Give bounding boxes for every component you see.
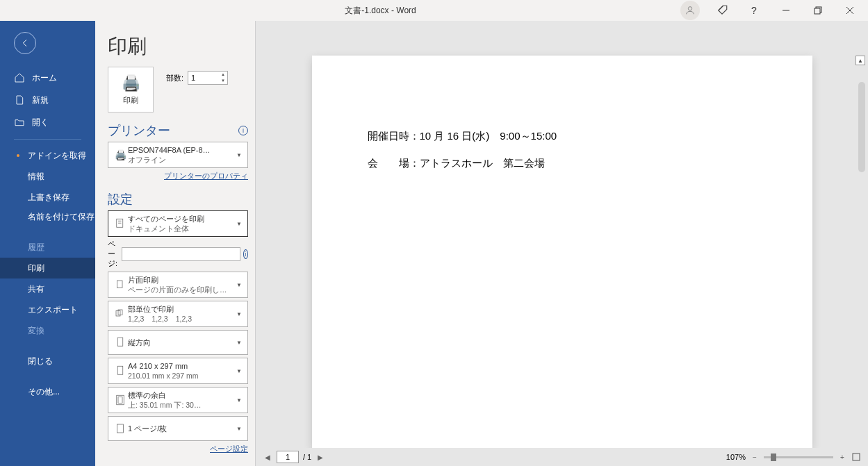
backstage-sidebar: ホーム 新規 開く アドインを取得 情報 上書き保存 名前を付けて保存 履歴 印…	[0, 21, 95, 466]
doc-title: 文書-1.docx - Word	[86, 5, 675, 17]
sidebar-item-home[interactable]: ホーム	[0, 67, 95, 89]
copies-spinner[interactable]: ▲▼	[219, 71, 227, 83]
restore-button[interactable]	[803, 1, 833, 20]
svg-rect-13	[117, 366, 123, 374]
next-page-button[interactable]: ▶	[316, 452, 325, 462]
page-range-select[interactable]: すべてのページを印刷 ドキュメント全体 ▼	[108, 210, 248, 237]
chevron-down-icon: ▼	[236, 152, 243, 158]
svg-rect-15	[118, 397, 122, 403]
paper-size-select[interactable]: A4 210 x 297 mm 210.01 mm x 297 mm ▼	[108, 358, 248, 384]
print-button-label: 印刷	[123, 95, 138, 106]
printer-name: EPSON744F8A (EP-8…	[128, 145, 236, 155]
chevron-down-icon: ▼	[236, 221, 243, 227]
pages-label: ページ:	[108, 240, 119, 269]
help-button[interactable]: ?	[739, 1, 769, 20]
sidebar-item-transform: 変換	[0, 320, 95, 341]
open-icon	[14, 117, 25, 128]
sidebar-label: アドインを取得	[28, 150, 86, 162]
sidebar-label: 履歴	[28, 242, 44, 253]
page-setup-link[interactable]: ページ設定	[210, 444, 248, 453]
sidebar-item-save[interactable]: 上書き保存	[0, 187, 95, 208]
prev-page-button[interactable]: ◀	[263, 452, 272, 462]
panel-title: 印刷	[108, 33, 248, 60]
minimize-button[interactable]	[771, 1, 801, 20]
account-button[interactable]	[675, 1, 705, 20]
sidebar-item-open[interactable]: 開く	[0, 111, 95, 133]
sidebar-item-more[interactable]: その他...	[0, 381, 95, 402]
home-icon	[14, 72, 25, 83]
sidebar-label: その他...	[28, 386, 60, 398]
scroll-up-icon[interactable]: ▲	[855, 56, 865, 65]
doc-line-1: 開催日時：10 月 16 日(水) 9:00～15:00	[368, 122, 757, 149]
svg-rect-16	[117, 424, 124, 433]
sidebar-label: 開く	[32, 117, 49, 128]
sidebar-label: 情報	[28, 171, 44, 183]
sidebar-item-saveas[interactable]: 名前を付けて保存	[0, 208, 95, 237]
doc-line-2: 会 場：アトラスホール 第二会場	[368, 149, 757, 176]
collate-select[interactable]: 部単位で印刷 1,2,3 1,2,3 1,2,3 ▼	[108, 301, 248, 327]
papersize-icon	[113, 364, 128, 378]
page-total: / 1	[303, 453, 311, 461]
print-panel: 印刷 🖨️ 印刷 部数: ▲▼ プリンター i 🖨️ EPSON744F8A (…	[95, 21, 255, 466]
back-button[interactable]	[14, 32, 36, 54]
chevron-down-icon: ▼	[236, 282, 243, 288]
zoom-out-button[interactable]: −	[750, 452, 760, 462]
svg-rect-12	[117, 338, 123, 346]
perpage-icon	[113, 422, 128, 435]
printer-properties-link[interactable]: プリンターのプロパティ	[164, 172, 248, 180]
sidebar-item-history: 履歴	[0, 237, 95, 258]
margins-select[interactable]: 標準の余白 上: 35.01 mm 下: 30… ▼	[108, 387, 248, 413]
print-button[interactable]: 🖨️ 印刷	[108, 67, 154, 113]
sidebar-item-share[interactable]: 共有	[0, 278, 95, 299]
account-icon	[680, 1, 700, 20]
zoom-in-button[interactable]: +	[837, 452, 847, 462]
printer-select[interactable]: 🖨️ EPSON744F8A (EP-8… オフライン ▼	[108, 142, 248, 168]
svg-rect-17	[853, 453, 860, 460]
printer-status: オフライン	[128, 155, 236, 165]
pages-per-sheet-select[interactable]: 1 ページ/枚 ▼	[108, 416, 248, 441]
chevron-down-icon: ▼	[236, 397, 243, 403]
orientation-select[interactable]: 縦方向 ▼	[108, 330, 248, 355]
zoom-slider[interactable]	[764, 456, 833, 458]
new-icon	[14, 94, 25, 106]
current-page-input[interactable]	[277, 451, 299, 463]
sidebar-item-addins[interactable]: アドインを取得	[0, 145, 95, 166]
sidebar-label: 名前を付けて保存	[28, 212, 95, 222]
preview-area: 開催日時：10 月 16 日(水) 9:00～15:00 会 場：アトラスホール…	[255, 21, 868, 466]
sidebar-item-close[interactable]: 閉じる	[0, 351, 95, 372]
sidebar-label: エクスポート	[28, 304, 78, 316]
sidebar-item-new[interactable]: 新規	[0, 89, 95, 111]
collate-icon	[113, 307, 128, 321]
sidebar-label: 上書き保存	[28, 192, 69, 203]
orientation-icon	[113, 335, 128, 349]
preview-footer: ◀ / 1 ▶ 107% − +	[256, 448, 868, 466]
sidebar-item-export[interactable]: エクスポート	[0, 299, 95, 320]
svg-rect-3	[814, 8, 820, 14]
chevron-down-icon: ▼	[236, 426, 243, 432]
sidebar-item-print[interactable]: 印刷	[0, 258, 95, 278]
sidebar-label: 印刷	[28, 263, 44, 274]
printer-heading: プリンター	[108, 122, 170, 139]
close-button[interactable]	[835, 1, 865, 20]
fit-page-button[interactable]	[851, 452, 861, 462]
printer-icon: 🖨️	[122, 74, 140, 92]
zoom-value: 107%	[726, 453, 746, 461]
sides-icon	[113, 278, 128, 292]
sidebar-item-info[interactable]: 情報	[0, 166, 95, 187]
feedback-button[interactable]	[707, 1, 737, 20]
sides-select[interactable]: 片面印刷 ページの片面のみを印刷し… ▼	[108, 272, 248, 298]
chevron-down-icon: ▼	[236, 311, 243, 317]
margins-icon	[113, 393, 128, 407]
chevron-down-icon: ▼	[236, 340, 243, 346]
printer-info-icon[interactable]: i	[238, 126, 248, 135]
settings-heading: 設定	[108, 191, 133, 208]
scroll-thumb[interactable]	[858, 82, 865, 172]
svg-point-0	[688, 7, 691, 10]
sidebar-label: 新規	[32, 94, 49, 106]
chevron-down-icon: ▼	[236, 368, 243, 374]
pages-input[interactable]	[122, 247, 240, 261]
sidebar-label: 変換	[28, 325, 44, 337]
titlebar: 文書-1.docx - Word ?	[0, 0, 868, 21]
pages-info-icon[interactable]: i	[243, 249, 248, 259]
sidebar-label: ホーム	[32, 72, 57, 84]
